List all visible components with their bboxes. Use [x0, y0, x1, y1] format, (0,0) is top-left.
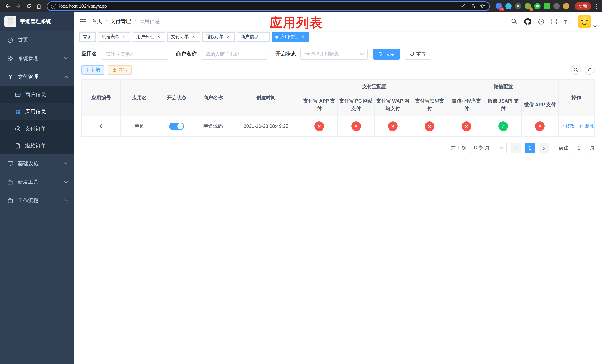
- browser-reload-icon[interactable]: [24, 1, 33, 11]
- extension-badge: 1: [529, 7, 533, 11]
- close-icon[interactable]: ×: [156, 34, 161, 40]
- github-icon[interactable]: [522, 16, 534, 27]
- next-page-button[interactable]: ›: [539, 143, 549, 153]
- wechat-mini-status-icon: ×: [462, 121, 471, 131]
- app-name-input[interactable]: [101, 49, 168, 60]
- goto-page-input[interactable]: [571, 143, 587, 153]
- bookmark-star-icon[interactable]: [480, 3, 485, 9]
- browser-forward-icon[interactable]: [13, 1, 23, 11]
- status-label: 开启状态: [275, 51, 296, 57]
- fullscreen-icon[interactable]: [548, 16, 560, 27]
- close-icon[interactable]: ×: [226, 34, 231, 40]
- status-switch[interactable]: [169, 123, 184, 130]
- browser-extension-icon[interactable]: [563, 3, 570, 9]
- browser-back-icon[interactable]: [3, 1, 13, 11]
- browser-extension-icon[interactable]: [544, 3, 550, 9]
- site-info-icon[interactable]: i: [51, 3, 56, 9]
- briefcase-icon: [7, 198, 13, 204]
- filter-form: 应用名 商户名称 开启状态 请选择开启状态 搜索 重置: [81, 49, 595, 60]
- screen: i localhost:1024/pay/app 10 1: [0, 0, 602, 364]
- add-button[interactable]: 新增: [81, 65, 104, 75]
- hamburger-icon[interactable]: [74, 12, 92, 31]
- close-icon[interactable]: ×: [260, 34, 266, 40]
- address-bar[interactable]: i localhost:1024/pay/app: [47, 1, 490, 11]
- page-content: 应用名 商户名称 开启状态 请选择开启状态 搜索 重置: [74, 43, 602, 364]
- col-app-name: 应用名: [121, 79, 158, 116]
- browser-extension-icon[interactable]: [505, 3, 512, 9]
- cell-wechat-app: ×: [521, 116, 558, 137]
- help-icon[interactable]: ?: [535, 16, 547, 27]
- col-merchant: 商户名称: [195, 79, 231, 116]
- sidebar-item-payment-orders[interactable]: 支付订单: [0, 120, 74, 137]
- svg-text:T: T: [568, 20, 570, 24]
- sidebar-item-merchant-info[interactable]: 商户信息: [0, 86, 74, 103]
- browser-extension-icon[interactable]: 10: [496, 3, 502, 9]
- sidebar-item-app-info[interactable]: 应用信息: [0, 103, 74, 120]
- cell-wechat-jsapi: ✓: [485, 116, 522, 137]
- sidebar-item-payment[interactable]: ¥ 支付管理: [0, 68, 74, 86]
- browser-extension-icon[interactable]: [553, 3, 560, 9]
- goto-page: 前往 页: [559, 143, 595, 153]
- delete-button[interactable]: 删除: [580, 123, 594, 129]
- browser-home-icon[interactable]: [34, 1, 44, 11]
- table-toolbar: 新增 导出: [81, 65, 595, 75]
- sidebar-item-refund-orders[interactable]: 退款订单: [0, 137, 74, 154]
- payment-submenu: 商户信息 应用信息 支付订单: [0, 86, 74, 154]
- tab-home[interactable]: 首页: [79, 32, 96, 42]
- close-icon[interactable]: ×: [300, 34, 305, 40]
- sidebar-item-system[interactable]: 系统管理: [0, 49, 74, 68]
- table-row: 6 芋道 芋道源码 2021-10-23 08:49:25 × × × × ×: [82, 116, 594, 137]
- document-icon: [15, 143, 21, 149]
- user-menu[interactable]: [578, 15, 597, 28]
- svg-text:T: T: [564, 19, 567, 24]
- cell-actions: 修改 删除: [558, 116, 594, 137]
- export-button[interactable]: 导出: [108, 65, 132, 75]
- col-app-id: 应用编号: [82, 79, 121, 116]
- page-size-select[interactable]: 10条/页: [470, 143, 507, 153]
- pagination-total: 共 1 条: [451, 145, 466, 151]
- edit-button[interactable]: 修改: [560, 123, 574, 129]
- wechat-app-status-icon: ×: [535, 121, 545, 131]
- app-logo-row[interactable]: 芋道管理系统: [0, 12, 74, 31]
- browser-extension-icon[interactable]: [515, 3, 521, 9]
- goto-unit: 页: [590, 145, 595, 151]
- tab-app-info[interactable]: 应用信息 ×: [272, 32, 309, 42]
- main-area: 首页 / 支付管理 / 应用信息 ?: [74, 12, 602, 364]
- sidebar-item-infrastructure[interactable]: 基础设施: [0, 154, 74, 173]
- sidebar-item-workflow[interactable]: 工作流程: [0, 192, 74, 210]
- sidebar-item-dev-tools[interactable]: 研发工具: [0, 173, 74, 192]
- tab-refund-orders[interactable]: 退款订单 ×: [202, 32, 235, 42]
- prev-page-button[interactable]: ‹: [511, 143, 521, 153]
- col-created-at: 创建时间: [231, 79, 301, 116]
- status-select[interactable]: 请选择开启状态: [300, 49, 368, 60]
- sidebar-item-home[interactable]: 首页: [0, 31, 74, 49]
- close-icon[interactable]: ×: [121, 34, 127, 40]
- password-key-icon[interactable]: [460, 3, 466, 9]
- cell-alipay-pc: ×: [338, 116, 375, 137]
- breadcrumb-home[interactable]: 首页: [92, 18, 102, 25]
- merchant-name-input[interactable]: [201, 49, 268, 60]
- browser-extensions: 10 1: [496, 3, 570, 9]
- reset-button[interactable]: 重置: [404, 49, 431, 60]
- browser-extension-icon[interactable]: 1: [525, 3, 531, 9]
- close-icon[interactable]: ×: [191, 34, 196, 40]
- tab-merchant-info[interactable]: 商户信息 ×: [237, 32, 269, 42]
- browser-update-button[interactable]: 更新: [575, 2, 591, 10]
- merchant-name-label: 商户名称: [176, 51, 197, 57]
- current-page-button[interactable]: 1: [525, 143, 535, 153]
- tab-payment-orders[interactable]: 支付订单 ×: [167, 32, 200, 42]
- app-name-label: 应用名: [81, 51, 97, 57]
- search-button[interactable]: 搜索: [373, 49, 400, 60]
- refresh-icon[interactable]: [585, 65, 595, 75]
- show-search-icon[interactable]: [571, 65, 581, 75]
- share-icon[interactable]: [470, 3, 475, 9]
- font-size-icon[interactable]: TT: [562, 16, 573, 27]
- pagination: 共 1 条 10条/页 ‹ 1 › 前往 页: [81, 143, 595, 153]
- browser-menu-icon[interactable]: [593, 2, 599, 10]
- tab-process-form[interactable]: 流程表单 ×: [98, 32, 130, 42]
- breadcrumb-payment[interactable]: 支付管理: [110, 18, 131, 25]
- search-icon[interactable]: [508, 16, 520, 27]
- tab-user-group[interactable]: 用户分组 ×: [133, 32, 165, 42]
- browser-extension-icon[interactable]: [534, 3, 540, 9]
- alipay-pc-status-icon: ×: [351, 121, 361, 131]
